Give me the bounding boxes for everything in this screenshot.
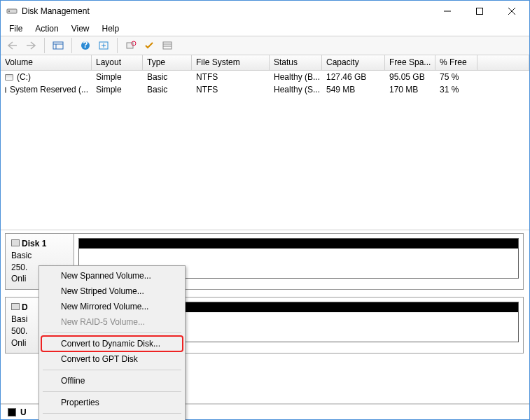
menu-offline[interactable]: Offline xyxy=(41,373,183,388)
disk-size: 500. xyxy=(11,326,27,336)
menu-separator xyxy=(43,332,181,333)
separator xyxy=(71,38,72,53)
col-file-system[interactable]: File System xyxy=(192,55,270,70)
col-percent-free[interactable]: % Free xyxy=(435,55,477,70)
settings-button[interactable] xyxy=(123,38,139,53)
volume-status: Healthy (S... xyxy=(270,83,322,96)
menu-separator xyxy=(43,370,181,370)
app-icon xyxy=(6,6,18,17)
window-title: Disk Management xyxy=(22,6,431,16)
list-button[interactable] xyxy=(160,38,175,53)
menu-new-mirrored-volume[interactable]: New Mirrored Volume... xyxy=(41,299,183,314)
svg-rect-12 xyxy=(127,43,133,48)
menu-action[interactable]: Action xyxy=(29,22,64,35)
disk-status: Onli xyxy=(11,338,26,348)
disk-name: D xyxy=(22,302,28,312)
col-free-space[interactable]: Free Spa... xyxy=(385,55,435,70)
volume-capacity: 127.46 GB xyxy=(322,71,385,83)
volume-free: 95.05 GB xyxy=(385,71,435,83)
partition-stripe xyxy=(79,239,518,248)
volume-capacity: 549 MB xyxy=(322,83,385,96)
volume-free: 170 MB xyxy=(385,83,435,96)
volume-name: System Reserved (... xyxy=(10,85,88,94)
forward-button[interactable] xyxy=(23,38,39,53)
menu-convert-to-dynamic-disk[interactable]: Convert to Dynamic Disk... xyxy=(41,336,183,351)
menu-convert-to-gpt-disk[interactable]: Convert to GPT Disk xyxy=(41,351,183,367)
window-controls xyxy=(431,1,528,22)
disk-type: Basic xyxy=(11,251,32,260)
drive-icon xyxy=(11,303,20,310)
legend-square-icon xyxy=(8,408,16,416)
separator xyxy=(44,38,45,53)
volume-type: Basic xyxy=(143,71,192,83)
col-type[interactable]: Type xyxy=(143,55,192,70)
volume-pfree: 31 % xyxy=(435,83,477,96)
volume-status: Healthy (B... xyxy=(270,71,322,83)
menu-bar: File Action View Help xyxy=(1,22,529,36)
volume-fs: NTFS xyxy=(192,83,270,96)
volume-row[interactable]: (C:) Simple Basic NTFS Healthy (B... 127… xyxy=(1,71,529,83)
col-capacity[interactable]: Capacity xyxy=(322,55,385,70)
disk-size: 250. xyxy=(11,262,27,272)
col-blank[interactable] xyxy=(477,55,529,70)
menu-help[interactable]: Help xyxy=(97,22,125,35)
col-layout[interactable]: Layout xyxy=(92,55,143,70)
menu-help[interactable]: Help xyxy=(41,416,183,420)
drive-icon xyxy=(5,74,13,80)
disk-type: Basi xyxy=(11,314,27,324)
svg-rect-3 xyxy=(477,8,483,15)
minimize-button[interactable] xyxy=(431,1,463,22)
svg-point-1 xyxy=(8,10,10,12)
volume-layout: Simple xyxy=(92,71,143,83)
volume-list: Volume Layout Type File System Status Ca… xyxy=(1,55,529,230)
back-button[interactable] xyxy=(5,38,20,53)
disk-context-menu: New Spanned Volume... New Striped Volume… xyxy=(39,265,186,420)
disk-status: Onli xyxy=(11,274,26,284)
volume-header-row: Volume Layout Type File System Status Ca… xyxy=(1,55,529,71)
volume-layout: Simple xyxy=(92,83,143,96)
title-bar: Disk Management xyxy=(1,1,529,22)
volume-row[interactable]: System Reserved (... Simple Basic NTFS H… xyxy=(1,83,529,96)
close-button[interactable] xyxy=(496,1,528,22)
menu-new-raid5-volume: New RAID-5 Volume... xyxy=(41,314,183,330)
col-status[interactable]: Status xyxy=(270,55,322,70)
volume-pfree: 75 % xyxy=(435,71,477,83)
svg-text:?: ? xyxy=(83,41,88,50)
volume-fs: NTFS xyxy=(192,71,270,83)
separator xyxy=(117,38,118,53)
volume-name: (C:) xyxy=(17,72,31,82)
volume-type: Basic xyxy=(143,83,192,96)
disk-management-window: Disk Management File Action View Help ? … xyxy=(0,0,530,420)
maximize-button[interactable] xyxy=(463,1,496,22)
disk-name: Disk 1 xyxy=(22,239,46,248)
menu-separator xyxy=(43,413,181,414)
menu-separator xyxy=(43,391,181,392)
col-volume[interactable]: Volume xyxy=(1,55,92,70)
menu-properties[interactable]: Properties xyxy=(41,395,183,410)
drive-icon xyxy=(11,239,20,246)
show-hide-console-button[interactable] xyxy=(50,38,66,53)
menu-new-spanned-volume[interactable]: New Spanned Volume... xyxy=(41,268,183,284)
menu-view[interactable]: View xyxy=(66,22,95,35)
drive-icon xyxy=(5,87,6,93)
menu-new-striped-volume[interactable]: New Striped Volume... xyxy=(41,284,183,299)
action-button[interactable] xyxy=(141,38,157,53)
help-button[interactable]: ? xyxy=(78,38,93,53)
svg-rect-14 xyxy=(163,42,172,49)
toolbar: ? xyxy=(1,36,529,55)
legend-label: U xyxy=(20,407,27,417)
refresh-button[interactable] xyxy=(96,38,111,53)
svg-rect-6 xyxy=(53,42,63,49)
menu-file[interactable]: File xyxy=(4,22,28,35)
